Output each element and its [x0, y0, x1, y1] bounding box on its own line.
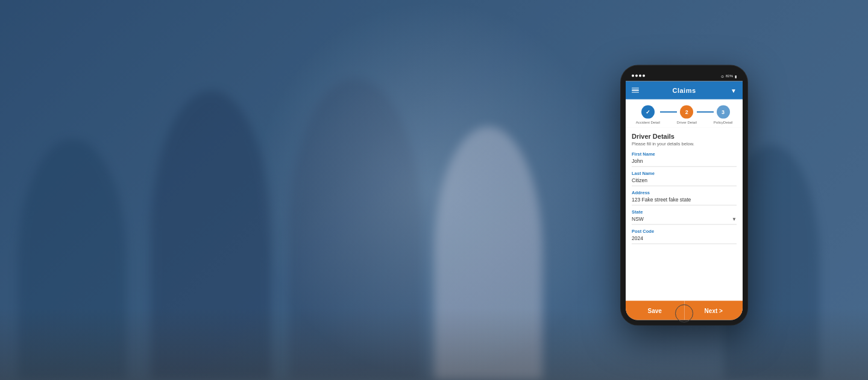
battery-icon: ▮ [735, 74, 737, 78]
background-light [253, 0, 615, 380]
signal-dots [632, 75, 645, 77]
signal-dot-1 [632, 75, 634, 77]
phone-device: ⊙ 82% ▮ Claims ▼ ✓ [621, 66, 747, 325]
step-3-label: PolicyDetail [714, 121, 732, 124]
filter-icon[interactable]: ▼ [731, 87, 737, 93]
state-field[interactable]: State NSW ▼ [632, 209, 737, 225]
first-name-value: John [632, 158, 737, 164]
state-label: State [632, 209, 737, 215]
step-3: 3 PolicyDetail [714, 106, 732, 124]
step-circle-2: 2 [680, 106, 693, 119]
progress-steps: ✓ Accident Detail 2 Driver Detail 3 P [626, 100, 743, 128]
status-right: ⊙ 82% ▮ [721, 74, 737, 78]
menu-line-2 [632, 90, 639, 91]
wifi-icon: ⊙ [721, 74, 724, 78]
app-title: Claims [672, 87, 696, 94]
step-2-label: Driver Detail [677, 121, 697, 124]
step-1-icon: ✓ [646, 109, 650, 115]
postcode-label: Post Code [632, 229, 737, 234]
form-title: Driver Details [632, 133, 737, 140]
state-chevron-icon: ▼ [732, 216, 737, 221]
menu-line-3 [632, 92, 639, 93]
step-2-number: 2 [685, 109, 688, 115]
signal-dot-3 [639, 75, 641, 77]
form-subtitle: Please fill in your details below. [632, 141, 737, 147]
phone-status-bar: ⊙ 82% ▮ [626, 71, 743, 81]
postcode-value: 2024 [632, 235, 737, 241]
phone-wrapper: ⊙ 82% ▮ Claims ▼ ✓ [621, 66, 747, 325]
step-circle-1: ✓ [641, 106, 655, 119]
step-1: ✓ Accident Detail [636, 106, 660, 124]
step-3-number: 3 [722, 109, 725, 115]
signal-dot-2 [635, 75, 638, 77]
last-name-label: Last Name [632, 171, 737, 176]
form-content: Driver Details Please fill in your detai… [626, 128, 743, 301]
signal-dot-4 [643, 75, 645, 77]
first-name-field[interactable]: First Name John [632, 151, 737, 167]
postcode-field[interactable]: Post Code 2024 [632, 229, 737, 244]
battery-percent: 82% [726, 74, 733, 78]
step-1-label: Accident Detail [636, 121, 660, 124]
step-connector-2 [697, 112, 714, 113]
address-label: Address [632, 190, 737, 195]
last-name-value: Citizen [632, 177, 737, 183]
step-2: 2 Driver Detail [677, 106, 697, 124]
state-select[interactable]: NSW ▼ [632, 216, 737, 222]
address-value: 123 Fake street fake state [632, 197, 737, 203]
state-value: NSW [632, 216, 644, 222]
address-field[interactable]: Address 123 Fake street fake state [632, 190, 737, 206]
step-circle-3: 3 [717, 106, 730, 119]
menu-line-1 [632, 87, 639, 89]
phone-screen: Claims ▼ ✓ Accident Detail 2 Driver Deta… [626, 81, 743, 320]
phone-home-button[interactable] [675, 305, 693, 323]
step-connector-1 [660, 112, 677, 113]
first-name-label: First Name [632, 151, 737, 157]
last-name-field[interactable]: Last Name Citizen [632, 171, 737, 186]
app-header: Claims ▼ [626, 81, 743, 100]
menu-icon[interactable] [632, 87, 639, 93]
